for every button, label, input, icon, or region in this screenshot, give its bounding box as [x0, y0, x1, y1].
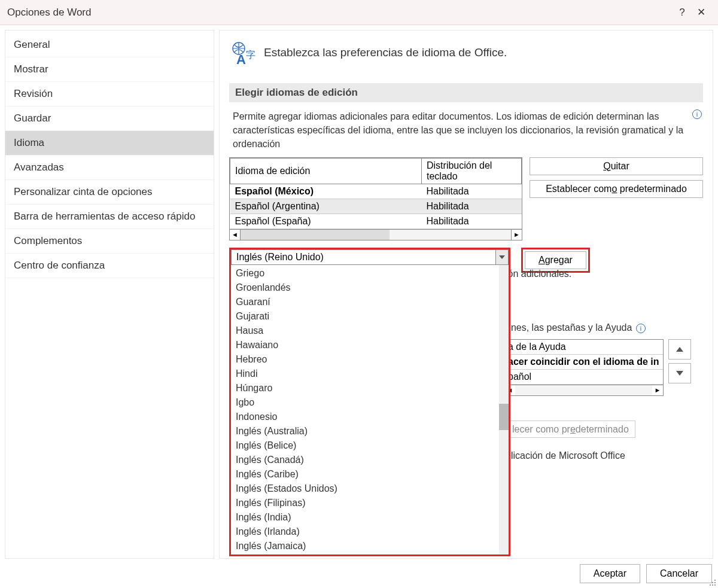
col-keyboard-layout: Distribución del teclado	[422, 158, 522, 184]
svg-text:字: 字	[246, 50, 255, 60]
sidebar-item-personalizar-cinta-de-opciones[interactable]: Personalizar cinta de opciones	[5, 180, 214, 205]
table-row[interactable]: Español (Argentina)Habilitada	[230, 199, 522, 214]
svg-text:A: A	[236, 52, 246, 66]
sidebar-item-revisión[interactable]: Revisión	[5, 82, 214, 106]
sidebar-item-mostrar[interactable]: Mostrar	[5, 57, 214, 82]
add-language-value[interactable]: Inglés (Reino Unido)	[231, 249, 495, 265]
close-icon[interactable]: ✕	[692, 6, 711, 19]
list-item[interactable]: Hausa	[231, 324, 499, 338]
vscroll-thumb[interactable]	[499, 404, 509, 430]
ok-button[interactable]: Aceptar	[580, 564, 640, 583]
scroll-right-icon[interactable]: ►	[652, 385, 663, 395]
list-item[interactable]: Gujarati	[231, 309, 499, 324]
section-editing-desc-text: Permite agregar idiomas adicionales para…	[233, 111, 683, 149]
list-item[interactable]: Hawaiano	[231, 338, 499, 352]
table-row[interactable]: Español (España)Habilitada	[230, 214, 522, 229]
content-pane: A 字 Establezca las preferencias de idiom…	[219, 30, 713, 559]
list-item[interactable]: Groenlandés	[231, 281, 499, 295]
sidebar-item-guardar[interactable]: Guardar	[5, 106, 214, 131]
info-icon[interactable]: i	[636, 324, 646, 333]
display-list-hscrollbar[interactable]: ◄ ►	[504, 385, 663, 395]
sidebar-item-complementos[interactable]: Complementos	[5, 229, 214, 254]
hscroll-thumb[interactable]	[241, 230, 390, 240]
dialog-footer: Aceptar Cancelar	[580, 564, 712, 583]
list-item[interactable]: Inglés (India)	[231, 510, 499, 525]
set-default-button[interactable]: Establecer como predeterminado	[530, 180, 703, 198]
sidebar-item-avanzadas[interactable]: Avanzadas	[5, 156, 214, 180]
editing-languages-table[interactable]: Idioma de edición Distribución del tecla…	[229, 157, 522, 240]
title-bar: Opciones de Word ? ✕	[0, 0, 718, 25]
add-language-list[interactable]: GriegoGroenlandésGuaraníGujaratiHausaHaw…	[229, 265, 510, 556]
list-item[interactable]: Guaraní	[231, 295, 499, 309]
help-icon[interactable]: ?	[673, 7, 692, 19]
list-item[interactable]: Igbo	[231, 395, 499, 410]
col-editing-language: Idioma de edición	[230, 158, 422, 184]
list-item[interactable]: Inglés (Australia)	[231, 424, 499, 438]
list-item[interactable]: Indonesio	[231, 410, 499, 424]
list-item[interactable]: acer coincidir con el idioma de in	[504, 355, 663, 370]
list-item[interactable]: Inglés (Canadá)	[231, 453, 499, 467]
sidebar-item-centro-de-confianza[interactable]: Centro de confianza	[5, 254, 214, 278]
language-globe-icon: A 字	[229, 40, 255, 66]
info-icon[interactable]: i	[692, 109, 702, 119]
section-editing-languages-header: Elegir idiomas de edición	[229, 83, 703, 102]
fragment-office-app: plicación de Microsoft Office	[506, 450, 625, 461]
list-item[interactable]: Inglés (Jamaica)	[231, 539, 499, 553]
cancel-button[interactable]: Cancelar	[646, 564, 712, 583]
sidebar-item-barra-de-herramientas-de-acceso-rápido[interactable]: Barra de herramientas de acceso rápido	[5, 205, 214, 229]
table-hscrollbar[interactable]: ◄ ►	[230, 229, 522, 240]
list-item[interactable]: Inglés (Belice)	[231, 438, 499, 453]
scroll-right-icon[interactable]: ►	[511, 230, 522, 240]
table-row[interactable]: Español (México) Habilitada	[230, 184, 522, 199]
move-down-button[interactable]	[668, 363, 691, 383]
list-item[interactable]: pañol	[504, 370, 663, 385]
add-language-dropdown[interactable]: Inglés (Reino Unido) GriegoGroenlandésGu…	[229, 248, 510, 267]
fragment-additional: ión adicionales.	[506, 269, 571, 279]
category-sidebar: GeneralMostrarRevisiónGuardarIdiomaAvanz…	[5, 30, 214, 559]
list-item[interactable]: a de la Ayuda	[504, 340, 663, 355]
list-item[interactable]: Húngaro	[231, 381, 499, 395]
list-vscrollbar[interactable]	[499, 265, 509, 555]
list-item[interactable]: Inglés (Estados Unidos)	[231, 482, 499, 496]
scroll-left-icon[interactable]: ◄	[230, 230, 241, 240]
set-default-display-button[interactable]: lecer como predeterminado	[506, 424, 635, 435]
list-item[interactable]: Inglés (Caribe)	[231, 467, 499, 482]
window-title: Opciones de Word	[7, 7, 673, 19]
list-item[interactable]: Hindi	[231, 367, 499, 381]
remove-button[interactable]: Quitar	[530, 157, 703, 175]
list-item[interactable]: Inglés (Filipinas)	[231, 496, 499, 510]
dropdown-toggle-icon[interactable]	[495, 249, 509, 265]
resize-grip-icon[interactable]	[708, 578, 717, 587]
page-heading: Establezca las preferencias de idioma de…	[264, 40, 507, 59]
sidebar-item-idioma[interactable]: Idioma	[5, 131, 214, 156]
fragment-tabs-help: ones, las pestañas y la Ayuda i	[506, 322, 646, 333]
move-up-button[interactable]	[668, 339, 691, 359]
section-editing-desc: Permite agregar idiomas adicionales para…	[233, 109, 699, 151]
list-item[interactable]: Griego	[231, 266, 499, 281]
list-item[interactable]: Inglés (Irlanda)	[231, 525, 499, 539]
list-item[interactable]: Hebreo	[231, 352, 499, 367]
sidebar-item-general[interactable]: General	[5, 33, 214, 57]
display-language-list[interactable]: a de la Ayudaacer coincidir con el idiom…	[504, 339, 664, 396]
